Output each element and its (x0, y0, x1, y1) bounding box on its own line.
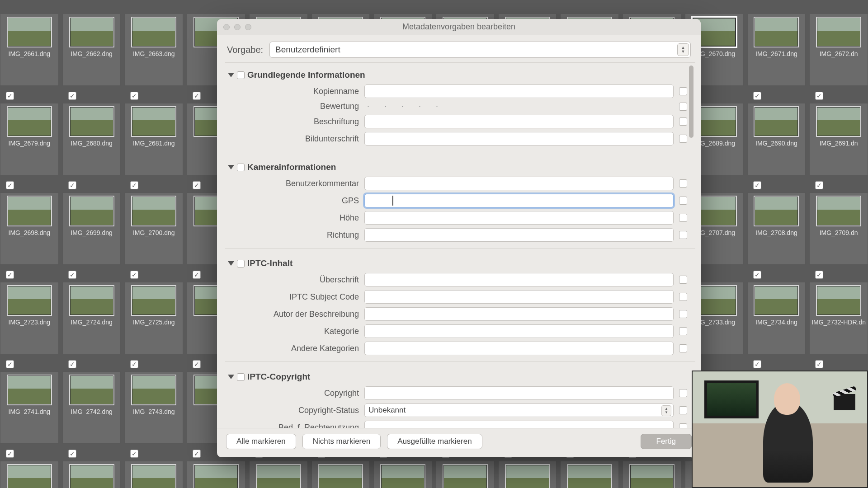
stepper-arrows-icon[interactable]: ▲▼ (661, 405, 671, 416)
mark-all-button[interactable]: Alle markieren (226, 434, 296, 449)
thumbnail-cell[interactable]: ✓IMG_2681.dng (124, 103, 183, 175)
thumbnail-cell[interactable]: IMG_2672.dn (809, 14, 868, 86)
pick-flag-icon[interactable]: ✓ (6, 360, 14, 368)
gps-input[interactable] (364, 194, 674, 207)
pick-flag-icon[interactable]: ✓ (753, 181, 761, 189)
pick-flag-icon[interactable]: ✓ (6, 181, 14, 189)
thumbnail-image[interactable] (70, 107, 113, 136)
pick-flag-icon[interactable]: ✓ (815, 181, 823, 189)
caption-input[interactable] (364, 115, 674, 128)
thumbnail-image[interactable] (132, 107, 175, 136)
disclosure-triangle-icon[interactable] (228, 261, 234, 266)
pick-flag-icon[interactable]: ✓ (815, 92, 823, 100)
pick-flag-icon[interactable]: ✓ (68, 450, 76, 458)
done-button[interactable]: Fertig (641, 434, 692, 449)
thumbnail-cell[interactable]: ✓IMG_2708.dng (747, 192, 806, 265)
thumbnail-image[interactable] (630, 465, 674, 488)
thumbnail-cell[interactable]: ✓IMG_2691.dn (809, 103, 868, 175)
copy-name-input[interactable] (364, 84, 674, 98)
thumbnail-cell[interactable]: ✓IMG_2734.dng (747, 282, 806, 354)
thumbnail-cell[interactable]: ✓IMG_2709.dn (809, 192, 868, 265)
pick-flag-icon[interactable]: ✓ (193, 450, 201, 458)
pick-flag-icon[interactable]: ✓ (6, 271, 14, 279)
thumbnail-image[interactable] (817, 286, 860, 315)
category-input[interactable] (364, 324, 674, 338)
thumbnail-cell[interactable]: ✓IMG_2732-HDR.dn (809, 282, 868, 354)
field-checkbox[interactable] (679, 117, 687, 126)
thumbnail-cell[interactable]: ✓IMG_2698.dng (0, 192, 59, 265)
field-checkbox[interactable] (679, 293, 687, 301)
pick-flag-icon[interactable]: ✓ (815, 360, 823, 368)
thumbnail-image[interactable] (755, 18, 798, 47)
thumbnail-cell[interactable]: ✓IMG_2763.dng (124, 461, 183, 488)
pick-flag-icon[interactable]: ✓ (130, 181, 138, 189)
thumbnail-image[interactable] (8, 18, 51, 47)
pick-flag-icon[interactable]: ✓ (193, 92, 201, 100)
thumbnail-image[interactable] (755, 197, 798, 225)
thumbnail-cell[interactable]: ✓IMG_2761.dng (0, 461, 59, 488)
thumbnail-image[interactable] (194, 465, 238, 488)
field-checkbox[interactable] (679, 103, 687, 111)
other-categories-input[interactable] (364, 342, 674, 355)
thumbnail-image[interactable] (817, 18, 860, 47)
thumbnail-image[interactable] (506, 465, 549, 488)
pick-flag-icon[interactable]: ✓ (68, 92, 76, 100)
thumbnail-cell[interactable]: ✓IMG_2690.dng (747, 103, 806, 175)
section-checkbox[interactable] (237, 260, 245, 267)
pick-flag-icon[interactable]: ✓ (68, 271, 76, 279)
section-checkbox[interactable] (237, 373, 245, 381)
thumbnail-cell[interactable]: ✓ (311, 461, 370, 488)
thumbnail-cell[interactable]: ✓ (436, 461, 495, 488)
thumbnail-image[interactable] (8, 465, 51, 488)
copyright-status-select[interactable]: Unbekannt ▲▼ (364, 404, 674, 417)
pick-flag-icon[interactable]: ✓ (753, 360, 761, 368)
thumbnail-image[interactable] (70, 465, 113, 488)
headline-input[interactable] (364, 273, 674, 286)
mark-none-button[interactable]: Nichts markieren (302, 434, 381, 449)
thumbnail-cell[interactable]: IMG_2663.dng (124, 14, 183, 86)
thumbnail-cell[interactable]: ✓IMG_2742.dng (62, 371, 121, 444)
field-checkbox[interactable] (679, 327, 687, 335)
thumbnail-cell[interactable]: ✓IMG_2699.dng (62, 192, 121, 265)
thumbnail-image[interactable] (755, 107, 798, 136)
thumbnail-cell[interactable]: ✓IMG_2700.dng (124, 192, 183, 265)
thumbnail-cell[interactable]: ✓IMG_2741.dng (0, 371, 59, 444)
thumbnail-cell[interactable]: ✓ (498, 461, 557, 488)
scrollbar[interactable] (689, 66, 693, 138)
thumbnail-cell[interactable]: IMG_2661.dng (0, 14, 59, 86)
thumbnail-cell[interactable]: ✓IMG_2680.dng (62, 103, 121, 175)
field-checkbox[interactable] (679, 87, 687, 95)
thumbnail-image[interactable] (70, 197, 113, 225)
usage-terms-input[interactable] (364, 421, 674, 428)
thumbnail-cell[interactable]: IMG_2671.dng (747, 14, 806, 86)
thumbnail-cell[interactable]: ✓ (560, 461, 619, 488)
section-header[interactable]: IPTC-Copyright (228, 368, 687, 385)
thumbnail-cell[interactable]: ✓ (373, 461, 432, 488)
thumbnail-cell[interactable]: ✓IMG_2762.dng (62, 461, 121, 488)
thumbnail-image[interactable] (8, 286, 51, 315)
disclosure-triangle-icon[interactable] (228, 165, 234, 169)
pick-flag-icon[interactable]: ✓ (68, 360, 76, 368)
field-checkbox[interactable] (679, 276, 687, 284)
field-checkbox[interactable] (679, 406, 687, 414)
thumbnail-image[interactable] (132, 465, 175, 488)
thumbnail-image[interactable] (381, 465, 425, 488)
thumbnail-cell[interactable]: ✓ (249, 461, 308, 488)
pick-flag-icon[interactable]: ✓ (193, 360, 201, 368)
thumbnail-image[interactable] (132, 18, 175, 47)
subtitle-input[interactable] (364, 132, 674, 145)
mark-filled-button[interactable]: Ausgefüllte markieren (387, 434, 482, 449)
field-checkbox[interactable] (679, 344, 687, 352)
thumbnail-image[interactable] (8, 375, 51, 404)
disclosure-triangle-icon[interactable] (228, 375, 234, 379)
thumbnail-cell[interactable]: ✓ (187, 461, 245, 488)
thumbnail-image[interactable] (817, 197, 860, 225)
thumbnail-cell[interactable]: ✓IMG_2743.dng (124, 371, 183, 444)
thumbnail-image[interactable] (132, 197, 175, 225)
pick-flag-icon[interactable]: ✓ (130, 92, 138, 100)
pick-flag-icon[interactable]: ✓ (193, 181, 201, 189)
thumbnail-cell[interactable]: ✓IMG_2679.dng (0, 103, 59, 175)
thumbnail-image[interactable] (70, 375, 113, 404)
stepper-arrows-icon[interactable]: ▲▼ (677, 43, 689, 56)
thumbnail-image[interactable] (132, 375, 175, 404)
